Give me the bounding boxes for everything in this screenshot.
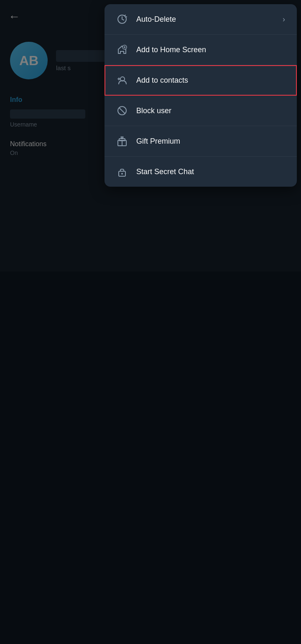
dropdown-menu: Auto-Delete › Add to Home Screen Add to … — [105, 4, 297, 187]
chevron-right-icon: › — [283, 15, 285, 24]
add-home-screen-label: Add to Home Screen — [136, 46, 285, 54]
menu-item-add-home-screen[interactable]: Add to Home Screen — [105, 35, 297, 65]
auto-delete-label: Auto-Delete — [136, 15, 274, 24]
menu-item-add-contacts[interactable]: Add to contacts — [105, 65, 297, 96]
gift-icon — [116, 135, 128, 147]
menu-item-secret-chat[interactable]: Start Secret Chat — [105, 157, 297, 187]
svg-point-7 — [121, 173, 123, 175]
menu-item-auto-delete[interactable]: Auto-Delete › — [105, 4, 297, 35]
add-contact-icon — [116, 74, 128, 86]
menu-item-gift-premium[interactable]: Gift Premium — [105, 126, 297, 157]
add-contacts-label: Add to contacts — [136, 76, 285, 85]
home-screen-icon — [116, 44, 128, 56]
lock-icon — [116, 166, 128, 177]
menu-item-block-user[interactable]: Block user — [105, 96, 297, 126]
block-user-label: Block user — [136, 106, 285, 115]
auto-delete-icon — [116, 13, 128, 25]
start-secret-chat-label: Start Secret Chat — [136, 167, 285, 176]
block-icon — [116, 105, 128, 117]
gift-premium-label: Gift Premium — [136, 137, 285, 146]
